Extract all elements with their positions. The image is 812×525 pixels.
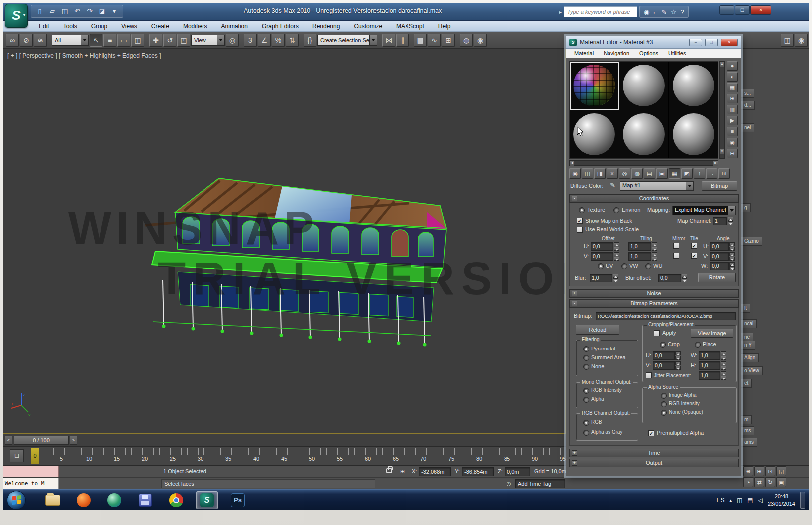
angle-snap-icon[interactable]: ∠: [258, 34, 271, 47]
taskbar-chrome[interactable]: [165, 491, 187, 509]
video-color-check-icon[interactable]: ▥: [727, 105, 738, 114]
backlight-icon[interactable]: ◐: [727, 72, 738, 82]
panel-fragment[interactable]: lt: [741, 304, 750, 313]
display-tray-icon[interactable]: ◫: [737, 497, 742, 504]
background-icon[interactable]: ▦: [727, 83, 738, 92]
scroll-right-icon[interactable]: ▶: [713, 161, 718, 166]
menu-customize[interactable]: Customize: [347, 21, 389, 32]
sample-slot[interactable]: [619, 62, 669, 110]
map-channel-spinner[interactable]: [728, 217, 733, 225]
project-folder-icon[interactable]: ◪: [97, 6, 107, 17]
v-mirror-checkbox[interactable]: [673, 253, 679, 259]
dropdown-arrow-icon[interactable]: [81, 35, 88, 45]
u-angle-field[interactable]: 0,0: [710, 242, 729, 251]
perspective-viewport[interactable]: [ + ] [ Perspective ] [ Smooth + Highlig…: [3, 49, 566, 434]
sample-tiling-icon[interactable]: ⊞: [727, 94, 738, 103]
menu-modifiers[interactable]: Modifiers: [176, 21, 214, 32]
v-tiling-spinner[interactable]: [652, 252, 657, 261]
w-angle-spinner[interactable]: [729, 262, 735, 270]
snap-toggle-3d-icon[interactable]: 3: [244, 34, 257, 47]
communication-icon[interactable]: ✎: [661, 8, 667, 16]
redo-icon[interactable]: ↷: [84, 6, 95, 17]
named-selection-dropdown[interactable]: Create Selection Se: [317, 35, 377, 46]
jitter-checkbox[interactable]: [646, 372, 652, 378]
x-coordinate-field[interactable]: -32,068m: [419, 467, 451, 476]
sample-vscrollbar[interactable]: ▲ ▼: [719, 61, 725, 159]
menu-tools[interactable]: Tools: [56, 21, 84, 32]
toolbar-options-icon[interactable]: ▾: [109, 6, 120, 17]
panel-fragment[interactable]: et: [741, 379, 752, 388]
selection-lock-icon[interactable]: [386, 468, 392, 473]
noise-rollout-header[interactable]: + Noise: [569, 289, 739, 298]
reference-coordinate-dropdown[interactable]: View: [191, 35, 225, 46]
mono-alpha-radio[interactable]: [583, 397, 589, 403]
apply-checkbox[interactable]: [654, 330, 660, 336]
bind-to-spacewarp-icon[interactable]: ≋: [34, 34, 47, 47]
material-navigator-icon[interactable]: ⊟: [727, 149, 738, 158]
panel-fragment[interactable]: o View: [741, 366, 763, 375]
frame-back-button[interactable]: <: [5, 436, 12, 445]
panel-fragment[interactable]: Gizmo: [741, 237, 762, 246]
wu-radio[interactable]: [645, 263, 651, 269]
spinner-snap-icon[interactable]: ⇅: [286, 34, 299, 47]
reload-button[interactable]: Reload: [576, 325, 619, 335]
select-and-rotate-icon[interactable]: ↺: [163, 34, 176, 47]
navigator-icon[interactable]: ⊞: [718, 168, 730, 179]
menu-navigation[interactable]: Navigation: [599, 50, 634, 56]
sample-slot[interactable]: [619, 110, 669, 159]
volume-tray-icon[interactable]: ◁: [758, 497, 763, 504]
crop-u-field[interactable]: 0,0: [653, 351, 675, 360]
show-end-result-icon[interactable]: ◩: [681, 168, 693, 179]
panel-fragment[interactable]: ncal: [741, 319, 757, 328]
use-pivot-center-icon[interactable]: ◎: [226, 34, 239, 47]
scroll-down-icon[interactable]: ▼: [720, 149, 724, 154]
panel-fragment[interactable]: ams: [741, 438, 757, 447]
schematic-view-icon[interactable]: ⊞: [442, 34, 455, 47]
minimize-button[interactable]: −: [719, 5, 734, 15]
vw-radio[interactable]: [621, 263, 627, 269]
rgb-rgb-radio[interactable]: [583, 420, 589, 426]
undo-icon[interactable]: ↶: [72, 6, 83, 17]
menu-material[interactable]: Material: [569, 50, 599, 56]
render-production-icon[interactable]: ◫: [781, 34, 794, 47]
crop-w-spinner[interactable]: [721, 351, 726, 360]
render-setup-icon[interactable]: ◍: [460, 34, 473, 47]
blur-offset-field[interactable]: 0,0: [658, 274, 681, 282]
map-type-button[interactable]: Bitmap: [702, 181, 737, 191]
mono-rgb-radio[interactable]: [583, 388, 589, 394]
listener-field[interactable]: Welcome to M: [3, 478, 59, 490]
jitter-spinner[interactable]: [721, 371, 726, 380]
show-desktop-button[interactable]: [800, 492, 805, 509]
filter-none-radio[interactable]: [583, 364, 589, 370]
u-mirror-checkbox[interactable]: [673, 243, 679, 249]
scroll-left-icon[interactable]: ◀: [570, 161, 574, 166]
orbit-icon[interactable]: ↻: [765, 477, 775, 487]
select-object-icon[interactable]: ↖: [90, 34, 102, 47]
crop-h-spinner[interactable]: [721, 361, 726, 370]
panel-fragment[interactable]: n Y: [741, 341, 755, 350]
select-by-material-icon[interactable]: ◉: [727, 138, 738, 147]
alpha-none-radio[interactable]: [661, 410, 667, 416]
summed-area-radio[interactable]: [583, 355, 589, 361]
render-iterative-icon[interactable]: ◉: [795, 34, 808, 47]
help-icon[interactable]: ?: [681, 8, 684, 16]
use-real-world-checkbox[interactable]: [577, 227, 583, 233]
named-selection-sets-icon[interactable]: {}: [304, 34, 316, 47]
go-to-parent-icon[interactable]: ↑: [694, 168, 705, 179]
taskbar-browser[interactable]: [103, 491, 125, 509]
blur-offset-spinner[interactable]: [682, 274, 687, 282]
expand-icon[interactable]: +: [572, 450, 577, 456]
expand-icon[interactable]: +: [572, 291, 577, 296]
taskbar-save-tool[interactable]: [134, 491, 156, 509]
options-icon[interactable]: ≡: [727, 127, 738, 136]
unlink-selection-icon[interactable]: ⊘: [20, 34, 33, 47]
search-icon[interactable]: ◉: [644, 8, 649, 16]
crop-u-spinner[interactable]: [675, 351, 681, 360]
pyramidal-radio[interactable]: [583, 346, 589, 352]
v-angle-field[interactable]: 0,0: [710, 252, 729, 261]
percent-snap-icon[interactable]: %: [272, 34, 285, 47]
add-time-tag[interactable]: Add Time Tag: [515, 479, 565, 488]
time-slider-handle[interactable]: 0 / 100: [14, 436, 69, 445]
mapping-dropdown[interactable]: Explicit Map Channel: [672, 206, 736, 215]
sample-slot-active[interactable]: [570, 62, 619, 110]
